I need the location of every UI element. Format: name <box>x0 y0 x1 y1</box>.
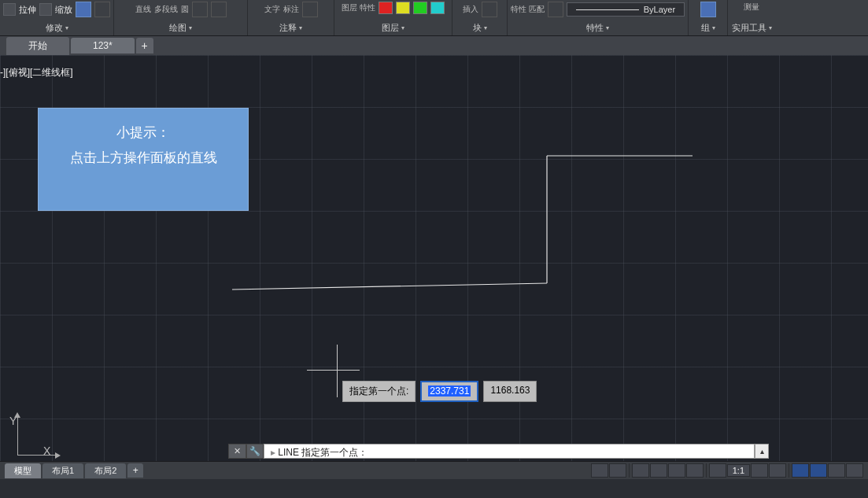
dyn-y-input[interactable]: 1168.163 <box>483 381 537 402</box>
workspace-toggle[interactable] <box>810 463 827 478</box>
ribbon-group-block: 插入 块 <box>452 0 508 35</box>
ribbon-label-props[interactable]: 特性 <box>586 22 609 34</box>
ribbon-label-draw[interactable]: 绘图 <box>169 22 192 34</box>
drawing-canvas[interactable]: -][俯视][二维线框] 小提示： 点击上方操作面板的直线 指定第一个点: 23… <box>0 55 868 461</box>
polyline-button[interactable]: 多段线 <box>154 4 178 15</box>
layout-tab-model[interactable]: 模型 <box>5 463 41 478</box>
cmdline-input[interactable]: ▸ LINE 指定第一个点： <box>264 444 755 459</box>
customize-status-button[interactable] <box>846 463 863 478</box>
ribbon-group-group: 组 <box>689 0 728 35</box>
draw-overflow-2[interactable] <box>211 2 227 17</box>
tab-current[interactable]: 123* <box>71 38 135 53</box>
dyn-prompt: 指定第一个点: <box>342 381 416 402</box>
wrench-icon: 🔧 <box>249 446 260 456</box>
ribbon-label-modify[interactable]: 修改 <box>46 22 68 34</box>
ribbon-bar: 拉伸 缩放 修改 直线 多段线 圆 绘图 文字 标注 注释 图层 特性 <box>0 0 868 36</box>
ribbon-label-annot[interactable]: 注释 <box>279 22 302 34</box>
dim-button[interactable]: 标注 <box>283 4 299 15</box>
layer-color-red-icon[interactable] <box>379 2 393 14</box>
cmdline-settings-button[interactable]: 🔧 <box>246 444 264 459</box>
layer-color-yellow-icon[interactable] <box>396 2 410 14</box>
props-color-chip[interactable] <box>548 2 563 17</box>
annoscale-toggle[interactable] <box>709 463 726 478</box>
tab-start[interactable]: 开始 <box>6 37 69 55</box>
quickprops-toggle[interactable] <box>792 463 809 478</box>
lineweight-preview-icon <box>576 9 639 10</box>
cmdline-close-button[interactable]: ✕ <box>228 444 246 459</box>
layer-color-cyan-icon[interactable] <box>430 2 445 14</box>
circle-button[interactable]: 圆 <box>181 4 189 15</box>
ribbon-group-layer: 图层 特性 图层 <box>334 0 452 35</box>
matchprops-button[interactable]: 特性 匹配 <box>511 4 545 15</box>
lineweight-selector[interactable]: ByLayer <box>567 2 685 17</box>
svg-line-2 <box>232 283 547 290</box>
ribbon-group-util: 测量 实用工具 <box>728 0 775 35</box>
lineweight-toggle[interactable] <box>751 463 768 478</box>
layout-tabs: 模型 布局1 布局2 + <box>5 463 143 478</box>
draw-overflow-1[interactable] <box>192 2 208 17</box>
ribbon-group-props: 特性 匹配 ByLayer 特性 <box>508 0 689 35</box>
crosshair-vertical-icon <box>337 345 338 397</box>
dyn-x-input[interactable]: 2337.731 <box>420 381 478 402</box>
ribbon-label-util[interactable]: 实用工具 <box>732 22 772 34</box>
grid-toggle[interactable] <box>609 463 626 478</box>
measure-button[interactable]: 测量 <box>744 2 759 13</box>
ortho-toggle[interactable] <box>650 463 667 478</box>
command-line: ✕ 🔧 ▸ LINE 指定第一个点： ▴ <box>228 444 769 459</box>
osnap-toggle[interactable] <box>686 463 704 478</box>
table-icon[interactable] <box>302 2 318 17</box>
cleanscreen-toggle[interactable] <box>828 463 845 478</box>
ribbon-group-annot: 文字 标注 注释 <box>248 0 334 35</box>
tab-add-button[interactable]: + <box>136 38 153 53</box>
ribbon-label-block[interactable]: 块 <box>473 22 487 34</box>
block-overflow[interactable] <box>482 2 497 17</box>
insert-button[interactable]: 插入 <box>463 4 478 15</box>
ribbon-label-layer[interactable]: 图层 <box>382 22 404 34</box>
snap-toggle[interactable] <box>632 463 649 478</box>
group-icon[interactable] <box>700 2 716 17</box>
ribbon-label-group[interactable]: 组 <box>701 22 715 34</box>
status-toggles: 1:1 <box>591 463 863 478</box>
scale-button[interactable]: 缩放 <box>55 4 72 16</box>
layout-tab-1[interactable]: 布局1 <box>42 463 83 478</box>
stretch-icon[interactable] <box>3 3 16 16</box>
annotation-scale[interactable]: 1:1 <box>727 464 750 477</box>
layer-color-green-icon[interactable] <box>413 2 427 14</box>
layout-tab-2[interactable]: 布局2 <box>85 463 126 478</box>
status-bar: 模型 布局1 布局2 + 1:1 <box>0 461 868 479</box>
array-icon[interactable] <box>76 2 91 17</box>
layerprops-button[interactable]: 图层 特性 <box>342 2 375 13</box>
scale-icon[interactable] <box>39 3 52 16</box>
document-tabs: 开始 123* + <box>0 36 868 55</box>
cmdline-expand-button[interactable]: ▴ <box>755 444 769 459</box>
modify-overflow-button[interactable] <box>94 2 110 17</box>
transparency-toggle[interactable] <box>769 463 786 478</box>
crosshair-horizontal-icon <box>307 370 360 371</box>
ribbon-group-modify: 拉伸 缩放 修改 <box>0 0 114 35</box>
dynamic-input: 指定第一个点: 2337.731 1168.163 <box>342 381 537 402</box>
text-button[interactable]: 文字 <box>264 4 280 15</box>
polar-toggle[interactable] <box>668 463 685 478</box>
stretch-button[interactable]: 拉伸 <box>19 4 36 16</box>
line-button[interactable]: 直线 <box>135 4 151 15</box>
modelspace-toggle[interactable] <box>591 463 608 478</box>
ribbon-group-draw: 直线 多段线 圆 绘图 <box>114 0 248 35</box>
bylayer-label: ByLayer <box>644 5 675 14</box>
layout-tab-add[interactable]: + <box>127 463 143 478</box>
